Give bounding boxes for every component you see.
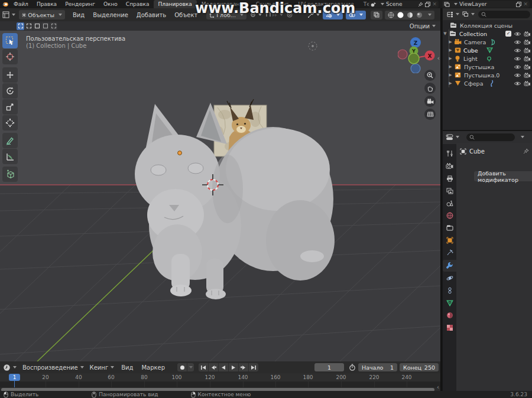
tab-collection[interactable] — [443, 222, 456, 234]
mode-dropdown[interactable]: Объекты — [19, 10, 65, 19]
show-gizmo-dropdown[interactable] — [307, 12, 320, 18]
overlays-toggle[interactable] — [323, 11, 343, 19]
expand-arrow[interactable]: ▶ — [448, 73, 453, 77]
hide-eye-icon[interactable] — [514, 31, 521, 37]
outliner-row-empty-image-0[interactable]: ▶ Пустышка.0 — [443, 71, 532, 79]
properties-editor-type[interactable] — [446, 134, 459, 141]
tool-annotate[interactable] — [2, 133, 18, 148]
viewlayer-icon[interactable] — [444, 2, 450, 7]
menu-file[interactable]: Файл — [9, 0, 33, 8]
current-frame-field[interactable]: 1 — [314, 363, 344, 371]
tab-layout[interactable]: Планировка — [154, 0, 197, 8]
outliner-filter[interactable] — [462, 11, 475, 17]
viewlayer-name[interactable]: ViewLayer — [459, 1, 514, 7]
hide-eye-icon[interactable] — [514, 73, 521, 78]
menu-window[interactable]: Окно — [99, 0, 122, 8]
outliner-row-sphere[interactable]: ▶ Сфера — [443, 79, 532, 87]
frame-end-field[interactable]: Конец250 — [400, 363, 439, 371]
tool-cursor[interactable] — [2, 49, 18, 64]
select-mode-tweak[interactable] — [17, 22, 24, 30]
play-reverse-button[interactable] — [219, 363, 228, 371]
expand-arrow[interactable]: ▶ — [448, 56, 453, 61]
expand-arrow[interactable]: ▶ — [448, 48, 453, 53]
snap-toggle[interactable]: ⊦⊦ — [265, 12, 283, 18]
tool-move[interactable] — [2, 67, 18, 83]
sidebar-collapse-arrow[interactable]: ‹ — [437, 54, 440, 62]
render-visibility-icon[interactable] — [524, 48, 531, 53]
marker-menu[interactable]: Маркер — [141, 364, 165, 371]
tool-scale[interactable] — [2, 99, 18, 115]
outliner-row-light[interactable]: ▶ Light — [443, 54, 532, 63]
prev-keyframe-button[interactable] — [209, 363, 218, 371]
tab-particles[interactable] — [443, 247, 456, 259]
scene-icon[interactable] — [371, 2, 377, 7]
pivot-point-dropdown[interactable] — [250, 12, 262, 18]
solid-shading-icon[interactable] — [397, 12, 404, 18]
menu-help[interactable]: Справка — [122, 0, 154, 8]
material-shading-icon[interactable] — [407, 12, 413, 18]
properties-options-chevron[interactable] — [521, 136, 524, 138]
breadcrumb-object-name[interactable]: Cube — [469, 148, 485, 155]
select-mode-subtract[interactable] — [41, 22, 49, 30]
menu-render[interactable]: Рендеринг — [61, 0, 99, 8]
hide-eye-icon[interactable] — [514, 64, 521, 70]
tab-scene[interactable] — [443, 197, 456, 209]
outliner-display-mode[interactable] — [446, 11, 459, 18]
stopwatch-icon[interactable] — [349, 364, 356, 371]
hide-eye-icon[interactable] — [514, 56, 521, 61]
timeline-ruler[interactable]: 20 40 60 80 100 120 140 160 180 200 220 … — [0, 373, 440, 381]
hide-eye-icon[interactable] — [514, 40, 521, 45]
rendered-shading-icon[interactable] — [416, 12, 423, 18]
select-menu[interactable]: Выделение — [89, 12, 132, 18]
timeline-editor-type[interactable] — [3, 364, 17, 371]
blender-logo-icon[interactable] — [0, 2, 9, 7]
tab-view-layer[interactable] — [443, 185, 456, 197]
tool-rotate[interactable] — [2, 83, 18, 99]
toggle-xray-button[interactable] — [371, 11, 382, 19]
scene-name[interactable]: Scene — [386, 1, 416, 7]
tab-modeling[interactable]: Моделирование — [197, 0, 251, 8]
properties-search-input[interactable] — [466, 133, 515, 141]
tab-output[interactable] — [443, 172, 456, 184]
render-visibility-icon[interactable] — [524, 73, 531, 78]
outliner-row-cube[interactable]: ▶ Cube — [443, 46, 532, 54]
viewport-3d[interactable]: Пользовательская перспектива (1) Collect… — [0, 31, 440, 361]
playhead[interactable]: 1 — [9, 374, 20, 381]
frame-start-field[interactable]: Начало1 — [358, 363, 397, 371]
camera-view-button[interactable] — [424, 96, 436, 107]
tab-object[interactable] — [443, 234, 456, 246]
zoom-view-button[interactable] — [424, 70, 436, 81]
xray-toggle[interactable] — [346, 11, 366, 19]
options-dropdown[interactable]: Опции — [410, 23, 436, 30]
tab-material[interactable] — [443, 309, 456, 321]
render-visibility-icon[interactable] — [524, 31, 531, 37]
new-viewlayer-icon[interactable] — [516, 2, 521, 7]
expand-arrow[interactable]: ▶ — [448, 64, 453, 69]
add-menu[interactable]: Добавить — [132, 12, 170, 18]
editor-type-button[interactable] — [0, 11, 18, 18]
transform-orientation-dropdown[interactable]: Глоб... — [206, 10, 246, 19]
viewlayer-browse-chevron[interactable] — [454, 3, 458, 5]
select-mode-intersect[interactable] — [50, 22, 57, 30]
auto-keying-record-button[interactable] — [177, 363, 187, 371]
outliner-row-camera[interactable]: ▶ Camera — [443, 38, 532, 46]
tab-render[interactable] — [443, 160, 456, 172]
play-button[interactable] — [229, 363, 238, 371]
hide-eye-icon[interactable] — [514, 81, 521, 86]
select-mode-box[interactable] — [25, 22, 33, 30]
outliner-row-collection[interactable]: ▼ Collection ✓ — [443, 30, 532, 38]
tool-add-primitive[interactable] — [2, 167, 18, 182]
render-visibility-icon[interactable] — [524, 40, 531, 45]
scene-browse-chevron[interactable] — [381, 3, 384, 5]
collection-checkbox[interactable]: ✓ — [505, 31, 511, 37]
proportional-edit-toggle[interactable] — [287, 12, 293, 18]
next-keyframe-button[interactable] — [239, 363, 248, 371]
pin-icon[interactable] — [523, 148, 529, 154]
tool-select-box[interactable] — [2, 33, 18, 48]
tab-physics[interactable] — [443, 272, 456, 284]
tab-uv-editing[interactable]: UV-редактирование — [293, 0, 358, 8]
tab-world[interactable] — [443, 210, 456, 221]
expand-arrow[interactable]: ▶ — [448, 40, 453, 44]
playback-menu[interactable]: Воспроизведение — [22, 364, 84, 371]
new-scene-icon[interactable] — [425, 2, 430, 7]
